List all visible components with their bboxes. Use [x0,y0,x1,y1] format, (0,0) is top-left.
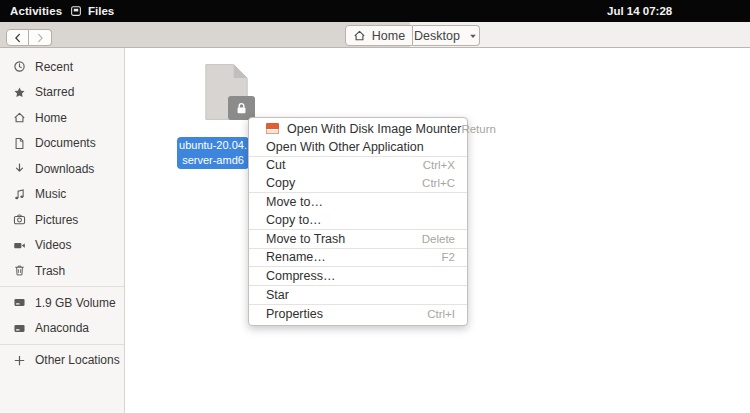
menu-item-label: Rename… [266,250,326,264]
music-icon [13,188,26,201]
document-icon [13,137,26,150]
trash-icon [13,264,26,277]
menu-item-label: Cut [266,158,285,172]
menu-item-copy[interactable]: CopyCtrl+C [249,174,467,192]
chevron-down-icon [468,31,478,41]
star-icon [13,86,26,99]
file-name-line1: ubuntu-20.04. [177,138,249,153]
plus-icon [13,354,26,367]
sidebar-item-label: Music [35,187,66,201]
drive-icon [13,322,26,335]
sidebar: RecentStarredHomeDocumentsDownloadsMusic… [0,48,125,413]
sidebar-item-other-locations[interactable]: Other Locations [0,348,124,374]
sidebar-item-music[interactable]: Music [0,182,124,208]
menu-item-star[interactable]: Star [249,286,467,304]
sidebar-item-label: Anaconda [35,321,89,335]
sidebar-item-label: Pictures [35,213,78,227]
clock[interactable]: Jul 14 07:28 [607,0,672,22]
sidebar-item-videos[interactable]: Videos [0,233,124,259]
menu-item-label: Compress… [266,269,335,283]
menu-item-compress[interactable]: Compress… [249,267,467,285]
files-app-menu[interactable]: Files [70,0,114,22]
menu-item-cut[interactable]: CutCtrl+X [249,157,467,175]
sidebar-item-label: Home [35,111,67,125]
menu-item-shortcut: F2 [442,251,455,263]
path-button-desktop[interactable]: Desktop [413,25,480,46]
sidebar-item-label: 1.9 GB Volume [35,296,116,310]
sidebar-separator [0,344,124,345]
menu-item-open-with-disk-image-mounter[interactable]: Open With Disk Image MounterReturn [249,120,467,138]
camera-icon [13,213,26,226]
path-button-desktop-label: Desktop [414,29,460,43]
files-app-menu-label: Files [88,5,114,17]
sidebar-item-documents[interactable]: Documents [0,131,124,157]
file-name-line2: server-amd6 [177,153,249,168]
sidebar-item-trash[interactable]: Trash [0,258,124,284]
sidebar-item-label: Documents [35,136,96,150]
sidebar-item-label: Downloads [35,162,94,176]
gnome-top-bar: Activities Files Jul 14 07:28 [0,0,750,22]
sidebar-item-home[interactable]: Home [0,105,124,131]
chevron-left-icon [12,32,24,44]
activities-button[interactable]: Activities [10,0,62,22]
menu-item-label: Star [266,288,289,302]
path-bar: Home Desktop [345,25,480,46]
sidebar-item-label: Recent [35,60,73,74]
download-icon [13,162,26,175]
navigation-buttons [6,29,52,46]
menu-item-shortcut: Ctrl+X [423,159,455,171]
home-icon [353,29,366,42]
chevron-right-icon [34,32,46,44]
menu-item-shortcut: Return [461,123,496,135]
desktop-screen: Activities Files Jul 14 07:28 [0,0,750,413]
disk-image-icon [266,123,279,134]
forward-button[interactable] [29,29,52,46]
menu-item-open-with-other-application[interactable]: Open With Other Application [249,138,467,156]
clock-icon [13,60,26,73]
selected-file-name: ubuntu-20.04. server-amd6 [177,137,249,169]
menu-item-label: Open With Other Application [266,140,424,154]
sidebar-item-anaconda[interactable]: Anaconda [0,316,124,342]
sidebar-separator [0,286,124,287]
files-app-icon [70,5,82,17]
video-icon [13,239,26,252]
menu-item-shortcut: Ctrl+I [427,308,455,320]
back-button[interactable] [6,29,29,46]
menu-item-shortcut: Delete [422,233,455,245]
sidebar-item-recent[interactable]: Recent [0,54,124,80]
menu-item-label: Open With Disk Image Mounter [287,122,461,136]
sidebar-item-label: Trash [35,264,65,278]
sidebar-item-starred[interactable]: Starred [0,80,124,106]
menu-item-label: Copy to… [266,213,322,227]
toolbar: Home Desktop [0,22,750,48]
path-button-home-label: Home [372,29,405,43]
menu-item-label: Move to Trash [266,232,345,246]
sidebar-item-label: Other Locations [35,353,120,367]
sidebar-item-label: Starred [35,85,74,99]
menu-item-move-to[interactable]: Move to… [249,193,467,211]
sidebar-item-label: Videos [35,238,71,252]
drive-icon [13,296,26,309]
sidebar-item-downloads[interactable]: Downloads [0,156,124,182]
menu-item-label: Move to… [266,195,323,209]
home-icon [13,111,26,124]
path-button-home[interactable]: Home [345,25,413,46]
menu-item-label: Copy [266,176,295,190]
sidebar-item-1-9-gb-volume[interactable]: 1.9 GB Volume [0,290,124,316]
menu-item-properties[interactable]: PropertiesCtrl+I [249,305,467,323]
sidebar-item-pictures[interactable]: Pictures [0,207,124,233]
menu-item-rename[interactable]: Rename…F2 [249,249,467,267]
menu-item-copy-to[interactable]: Copy to… [249,211,467,229]
menu-item-label: Properties [266,307,323,321]
menu-item-shortcut: Ctrl+C [422,177,455,189]
context-menu: Open With Disk Image MounterReturnOpen W… [248,117,468,326]
menu-item-move-to-trash[interactable]: Move to TrashDelete [249,230,467,248]
